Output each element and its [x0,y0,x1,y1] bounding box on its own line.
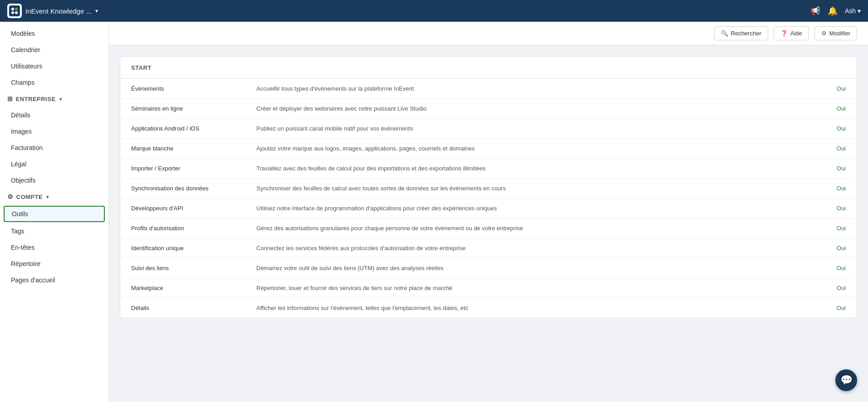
navbar-left: InEvent Knowledge ... ▾ [7,4,98,18]
row-description: Ajoutez votre marque aux logos, images, … [256,145,811,152]
edit-button[interactable]: ⚙ Modifier [814,26,857,40]
table-row[interactable]: Développeurs d'API Utilisez notre interf… [120,199,857,218]
row-name: Profils d'autorisation [131,225,249,232]
sidebar-section-entreprise[interactable]: ⊞ ENTREPRISE ▾ [0,91,108,107]
sidebar-item-tags[interactable]: Tags [0,223,108,239]
app-logo [7,4,22,18]
sidebar-item-outils[interactable]: Outils [4,206,105,222]
row-description: Répertorier, louer et fournir des servic… [256,285,811,291]
navbar: InEvent Knowledge ... ▾ 📢 🔔 Ash ▾ [0,0,868,22]
sidebar-label-outils: Outils [12,210,28,218]
sidebar: Modèles Calendrier Utilisateurs Champs ⊞… [0,22,109,402]
table-row[interactable]: Marque blanche Ajoutez votre marque aux … [120,139,857,159]
sidebar-item-facturation[interactable]: Facturation [0,140,108,156]
layout: Modèles Calendrier Utilisateurs Champs ⊞… [0,22,868,402]
sidebar-item-repertoire[interactable]: Répertoire [0,256,108,272]
row-status: Oui [819,125,846,132]
table-row[interactable]: Événements Accueillir tous types d'événe… [120,79,857,99]
row-name: Séminaires en ligne [131,105,249,112]
row-description: Travaillez avec des feuilles de calcul p… [256,165,811,172]
table-row[interactable]: Marketplace Répertorier, louer et fourni… [120,278,857,298]
row-status: Oui [819,245,846,252]
user-chevron-icon: ▾ [858,7,861,15]
row-name: Applications Android / iOS [131,125,249,132]
help-label: Aide [790,30,802,37]
navbar-chevron-icon[interactable]: ▾ [95,8,98,14]
sidebar-label-calendrier: Calendrier [11,46,40,53]
row-name: Suivi des liens [131,265,249,271]
row-name: Marketplace [131,285,249,291]
sidebar-label-modeles: Modèles [11,30,35,37]
table-row[interactable]: Séminaires en ligne Créer et déployer de… [120,99,857,119]
sidebar-item-objectifs[interactable]: Objectifs [0,172,108,189]
sidebar-item-legal[interactable]: Légal [0,156,108,172]
row-name: Détails [131,305,249,311]
row-status: Oui [819,305,846,311]
search-icon: 🔍 [721,30,728,37]
user-name: Ash [845,7,856,15]
row-status: Oui [819,265,846,271]
table-row[interactable]: Identification unique Connectez les serv… [120,238,857,258]
sidebar-label-legal: Légal [11,160,26,168]
table-body: Événements Accueillir tous types d'événe… [120,79,857,318]
user-menu[interactable]: Ash ▾ [845,7,861,15]
table-row[interactable]: Synchronisation des données Synchroniser… [120,179,857,199]
sidebar-item-en-tetes[interactable]: En-têtes [0,239,108,256]
row-name: Synchronisation des données [131,185,249,192]
sidebar-item-calendrier[interactable]: Calendrier [0,42,108,58]
table-row[interactable]: Suivi des liens Démarrez votre outil de … [120,258,857,278]
table-card: START Événements Accueillir tous types d… [120,56,857,318]
sidebar-section-compte[interactable]: ⚙ COMPTE ▾ [0,189,108,205]
sidebar-item-pages-accueil[interactable]: Pages d'accueil [0,272,108,288]
edit-label: Modifier [829,30,850,37]
row-status: Oui [819,165,846,172]
row-name: Importer / Exporter [131,165,249,172]
help-button[interactable]: ❓ Aide [774,26,809,40]
compte-chevron-icon: ▾ [46,194,49,199]
svg-point-2 [15,8,18,10]
table-row[interactable]: Détails Afficher les informations sur l'… [120,298,857,318]
entreprise-icon: ⊞ [7,95,13,102]
row-name: Identification unique [131,245,249,252]
svg-point-1 [11,8,14,10]
sidebar-label-objectifs: Objectifs [11,177,35,184]
row-description: Démarrez votre outil de suivi des liens … [256,265,811,271]
table-section-label: START [131,64,152,71]
table-header: START [120,57,857,79]
row-description: Utilisez notre interface de programmatio… [256,205,811,212]
sidebar-item-champs[interactable]: Champs [0,74,108,91]
row-description: Publiez un puissant canal mobile natif p… [256,125,811,132]
chat-icon: 💬 [840,374,853,386]
sidebar-label-details: Détails [11,111,30,119]
search-button[interactable]: 🔍 Rechercher [714,26,768,40]
row-description: Afficher les informations sur l'événemen… [256,305,811,311]
sidebar-label-facturation: Facturation [11,144,43,151]
section-compte-label: COMPTE [16,194,43,200]
table-row[interactable]: Applications Android / iOS Publiez un pu… [120,119,857,139]
svg-rect-0 [9,5,20,16]
sidebar-label-tags: Tags [11,228,25,235]
row-name: Événements [131,85,249,92]
compte-icon: ⚙ [7,193,14,200]
sidebar-item-utilisateurs[interactable]: Utilisateurs [0,58,108,74]
bell-icon[interactable]: 🔔 [828,6,838,16]
topbar: 🔍 Rechercher ❓ Aide ⚙ Modifier [109,22,868,45]
entreprise-chevron-icon: ▾ [59,97,62,102]
sidebar-label-champs: Champs [11,79,34,86]
table-row[interactable]: Profils d'autorisation Gérez des autoris… [120,218,857,238]
row-status: Oui [819,285,846,291]
row-status: Oui [819,185,846,192]
table-row[interactable]: Importer / Exporter Travaillez avec des … [120,159,857,179]
sidebar-label-images: Images [11,128,32,135]
navbar-right: 📢 🔔 Ash ▾ [810,6,861,16]
row-description: Gérez des autorisations granulaires pour… [256,225,811,232]
row-status: Oui [819,145,846,152]
sidebar-item-images[interactable]: Images [0,123,108,140]
sidebar-label-en-tetes: En-têtes [11,244,34,251]
megaphone-icon[interactable]: 📢 [810,6,820,16]
sidebar-item-details[interactable]: Détails [0,107,108,123]
sidebar-item-modeles[interactable]: Modèles [0,25,108,42]
svg-point-4 [15,11,18,14]
chat-bubble[interactable]: 💬 [835,369,857,391]
content-area: START Événements Accueillir tous types d… [109,45,868,402]
